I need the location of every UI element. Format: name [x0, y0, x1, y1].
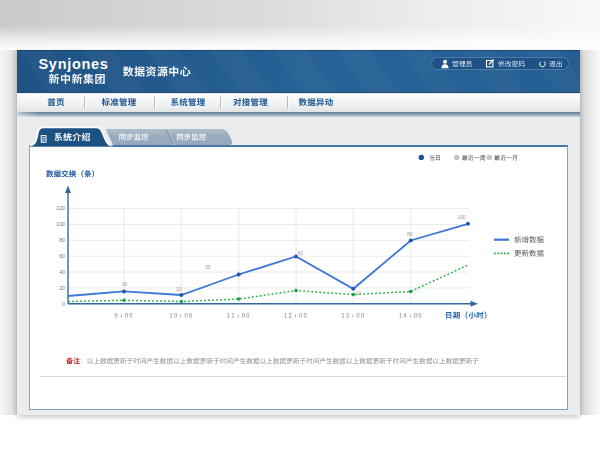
svg-text:80: 80 [407, 232, 413, 237]
svg-text:35: 35 [205, 265, 211, 270]
svg-text:100: 100 [458, 215, 466, 220]
svg-text:10: 10 [356, 291, 362, 296]
svg-text:40: 40 [59, 269, 65, 275]
svg-text:60: 60 [298, 251, 304, 256]
svg-text:80: 80 [59, 237, 65, 243]
svg-text:0: 0 [62, 301, 65, 307]
svg-text:60: 60 [59, 253, 65, 259]
svg-text:18: 18 [122, 282, 128, 287]
svg-text:100: 100 [56, 221, 65, 227]
svg-text:120: 120 [56, 205, 65, 211]
svg-text:20: 20 [59, 285, 65, 291]
svg-text:10: 10 [176, 287, 182, 292]
